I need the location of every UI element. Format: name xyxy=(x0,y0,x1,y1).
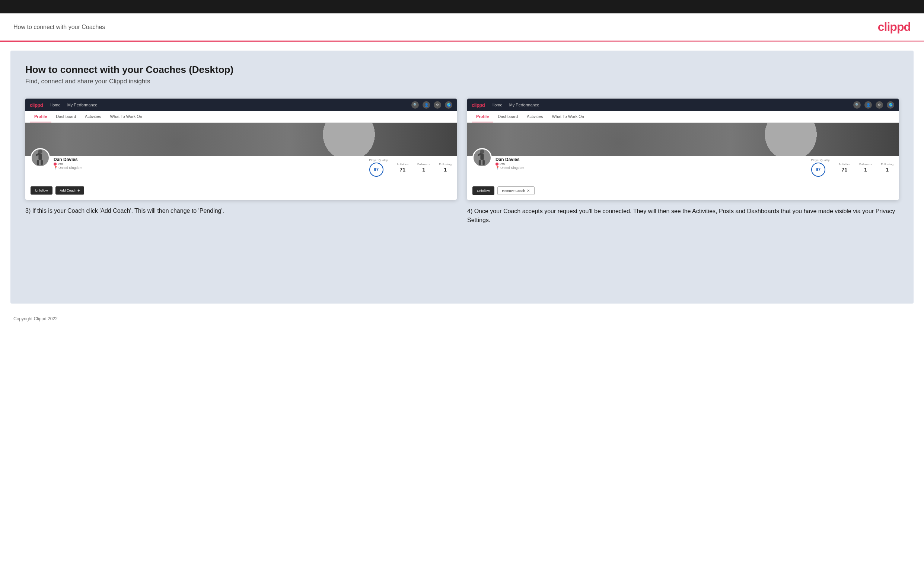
screenshot-col-right: clippd Home My Performance 🔍 👤 ⚙ 🌎 Profi… xyxy=(467,98,899,225)
mock-stat-following-left: Following 1 xyxy=(439,163,452,172)
mock-location-right: 📍 United Kingdom xyxy=(496,166,524,170)
activities-label-left: Activities xyxy=(396,163,409,166)
mock-nav-icons-left: 🔍 👤 ⚙ 🌎 xyxy=(411,101,452,109)
activities-value-right: 71 xyxy=(838,167,850,172)
caption-right: 4) Once your Coach accepts your request … xyxy=(467,207,899,225)
quality-circle-right: 97 xyxy=(811,163,825,177)
followers-label-left: Followers xyxy=(417,163,430,166)
mock-stats-left: Player Quality 97 Activities 71 Follower… xyxy=(369,158,452,177)
mock-stat-quality-left: Player Quality 97 xyxy=(369,158,388,177)
mock-nav-icons-right: 🔍 👤 ⚙ 🌎 xyxy=(853,101,894,109)
tab-dashboard-right[interactable]: Dashboard xyxy=(493,111,522,122)
tab-dashboard-left[interactable]: Dashboard xyxy=(52,111,81,122)
main-content: How to connect with your Coaches (Deskto… xyxy=(10,51,914,303)
mock-buttons-left: Unfollow Add Coach + xyxy=(25,186,457,200)
mock-pro-badge-left: Pro xyxy=(53,162,82,166)
header-divider xyxy=(0,40,924,42)
mock-pro-label-left: Pro xyxy=(58,162,63,166)
plus-icon-left: + xyxy=(78,188,80,193)
mock-profile-section-right: Dan Davies Pro 📍 United Kingdom Player Q… xyxy=(467,148,899,182)
globe-icon[interactable]: 🌎 xyxy=(445,101,452,109)
mock-stat-activities-left: Activities 71 xyxy=(396,163,409,172)
mock-stat-followers-left: Followers 1 xyxy=(417,163,430,172)
person-icon[interactable]: 👤 xyxy=(423,101,430,109)
remove-x-icon: ✕ xyxy=(527,189,530,193)
mock-profile-info-right: Dan Davies Pro 📍 United Kingdom xyxy=(496,157,524,170)
globe-icon-right[interactable]: 🌎 xyxy=(887,101,894,109)
mock-pro-badge-right: Pro xyxy=(496,162,524,166)
remove-coach-label-right: Remove Coach xyxy=(502,189,525,193)
settings-icon[interactable]: ⚙ xyxy=(434,101,441,109)
quality-label-left: Player Quality xyxy=(369,158,388,162)
pro-dot-left xyxy=(53,163,57,166)
mock-browser-right: clippd Home My Performance 🔍 👤 ⚙ 🌎 Profi… xyxy=(467,98,899,200)
mock-browser-left: clippd Home My Performance 🔍 👤 ⚙ 🌎 Profi… xyxy=(25,98,457,200)
caption-left: 3) If this is your Coach click 'Add Coac… xyxy=(25,206,457,215)
followers-value-right: 1 xyxy=(859,167,872,172)
mock-nav-performance-left: My Performance xyxy=(67,103,97,107)
mock-location-left: 📍 United Kingdom xyxy=(53,166,82,170)
mock-stat-followers-right: Followers 1 xyxy=(859,163,872,172)
mock-tabs-left: Profile Dashboard Activities What To Wor… xyxy=(25,111,457,123)
add-coach-button-left[interactable]: Add Coach + xyxy=(55,186,84,195)
screenshots-row: clippd Home My Performance 🔍 👤 ⚙ 🌎 Profi… xyxy=(25,98,899,225)
pro-dot-right xyxy=(496,163,499,166)
search-icon[interactable]: 🔍 xyxy=(411,101,419,109)
main-subtitle: Find, connect and share your Clippd insi… xyxy=(25,78,899,85)
unfollow-button-left[interactable]: Unfollow xyxy=(31,186,52,195)
mock-logo-left: clippd xyxy=(30,102,43,108)
following-value-left: 1 xyxy=(439,167,452,172)
location-pin-icon-left: 📍 xyxy=(53,166,58,170)
svg-rect-2 xyxy=(37,160,39,165)
mock-stat-following-right: Following 1 xyxy=(881,163,893,172)
copyright-text: Copyright Clippd 2022 xyxy=(13,316,58,321)
mock-nav-right: clippd Home My Performance 🔍 👤 ⚙ 🌎 xyxy=(467,98,899,111)
search-icon-right[interactable]: 🔍 xyxy=(853,101,861,109)
unfollow-button-right[interactable]: Unfollow xyxy=(472,186,494,195)
golfer-silhouette-left xyxy=(32,149,49,166)
quality-circle-left: 97 xyxy=(369,163,383,177)
mock-avatar-right xyxy=(472,148,492,168)
tab-profile-left[interactable]: Profile xyxy=(30,111,52,122)
quality-value-left: 97 xyxy=(374,167,379,172)
location-text-right: United Kingdom xyxy=(500,166,524,170)
mock-stat-quality-right: Player Quality 97 xyxy=(811,158,830,177)
quality-label-right: Player Quality xyxy=(811,158,830,162)
mock-nav-home-left: Home xyxy=(50,103,60,107)
activities-label-right: Activities xyxy=(838,163,850,166)
header-title: How to connect with your Coaches xyxy=(13,24,105,31)
svg-rect-1 xyxy=(38,154,42,160)
mock-nav-left: clippd Home My Performance 🔍 👤 ⚙ 🌎 xyxy=(25,98,457,111)
mock-buttons-right: Unfollow Remove Coach ✕ xyxy=(467,186,899,200)
quality-value-right: 97 xyxy=(816,167,821,172)
mock-stats-right: Player Quality 97 Activities 71 Follower… xyxy=(811,158,893,177)
header: How to connect with your Coaches clippd xyxy=(0,13,924,40)
person-icon-right[interactable]: 👤 xyxy=(864,101,872,109)
tab-activities-right[interactable]: Activities xyxy=(522,111,547,122)
location-pin-icon-right: 📍 xyxy=(496,166,499,170)
logo: clippd xyxy=(878,20,911,34)
golfer-silhouette-right xyxy=(473,149,491,166)
svg-rect-7 xyxy=(479,160,481,165)
remove-coach-button-right[interactable]: Remove Coach ✕ xyxy=(498,186,535,195)
main-title: How to connect with your Coaches (Deskto… xyxy=(25,64,899,76)
footer: Copyright Clippd 2022 xyxy=(0,313,924,325)
mock-tabs-right: Profile Dashboard Activities What To Wor… xyxy=(467,111,899,123)
mock-profile-section-left: Dan Davies Pro 📍 United Kingdom Player Q… xyxy=(25,148,457,182)
top-bar xyxy=(0,0,924,13)
settings-icon-right[interactable]: ⚙ xyxy=(876,101,883,109)
activities-value-left: 71 xyxy=(396,167,409,172)
followers-value-left: 1 xyxy=(417,167,430,172)
tab-whattoworkon-right[interactable]: What To Work On xyxy=(547,111,588,122)
following-label-left: Following xyxy=(439,163,452,166)
svg-rect-8 xyxy=(483,160,485,165)
tab-profile-right[interactable]: Profile xyxy=(472,111,493,122)
tab-activities-left[interactable]: Activities xyxy=(81,111,105,122)
location-text-left: United Kingdom xyxy=(58,166,82,170)
tab-whattoworkon-left[interactable]: What To Work On xyxy=(105,111,146,122)
mock-profile-info-left: Dan Davies Pro 📍 United Kingdom xyxy=(53,157,82,170)
mock-logo-right: clippd xyxy=(472,102,485,108)
mock-player-name-left: Dan Davies xyxy=(53,157,82,162)
add-coach-label-left: Add Coach xyxy=(60,189,77,192)
mock-avatar-left xyxy=(31,148,50,168)
